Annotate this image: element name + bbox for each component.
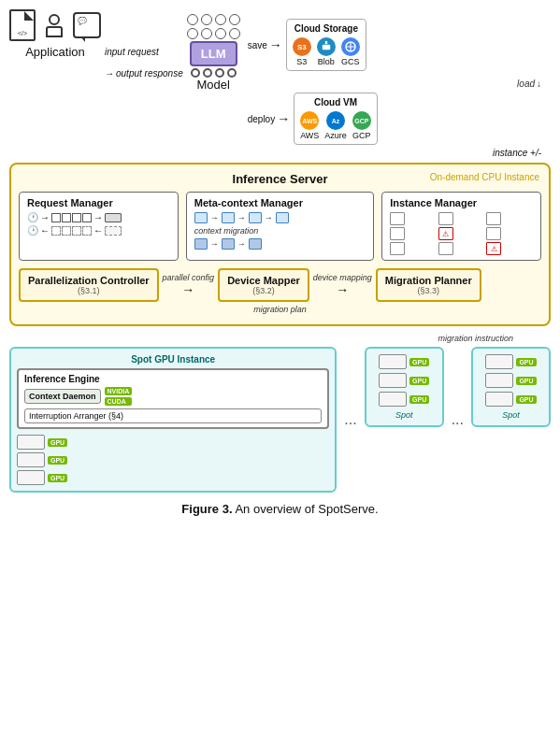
mb2: [222, 212, 235, 223]
arrow-right-2: →: [93, 212, 103, 222]
storage-services: S3 S3 Blob G: [293, 37, 360, 66]
top-area: 💬 Application input request →output resp…: [9, 9, 551, 158]
deploy-row: deploy → Cloud VM AWS AWS Az Azure: [248, 93, 551, 145]
chat-icon: 💬: [73, 12, 101, 38]
ic6: [486, 227, 501, 240]
mb5: [194, 238, 208, 250]
context-daemon-row: Context Daemon NVIDIA CUDA: [24, 387, 322, 406]
gpu-ti-card-1: [485, 354, 513, 369]
gpu-si-badge-3: GPU: [409, 395, 429, 404]
gpu-ti-3: GPU: [485, 392, 536, 407]
gpu-ti-badge-3: GPU: [516, 395, 536, 404]
dqb2: [62, 226, 71, 236]
parallelization-title: Parallelization Controller: [28, 275, 150, 286]
cloud-vm-box: Cloud VM AWS AWS Az Azure GCP GCP: [294, 93, 378, 145]
ic2: [438, 212, 453, 225]
mb7: [249, 238, 262, 250]
cloud-group: save → Cloud Storage S3 S3: [248, 19, 551, 158]
output-box: [105, 213, 122, 222]
gcp-label: GCP: [352, 131, 371, 140]
ic8: [438, 242, 453, 255]
gpu-si-2: GPU: [379, 373, 429, 388]
gpu-stack-item-2: GPU: [17, 452, 329, 467]
device-mapper-title: Device Mapper: [227, 275, 300, 286]
gpu-ti-1: GPU: [485, 354, 536, 369]
arrow-right-1: →: [40, 212, 50, 222]
ic4: [390, 227, 405, 240]
figure-description: An overview of SpotServe.: [233, 502, 379, 516]
load-arrow: load ↓: [248, 79, 541, 89]
ic5-warn: [438, 227, 453, 240]
clock-icon-2: 🕑: [27, 225, 38, 236]
dots-separator-1: ...: [342, 411, 358, 428]
on-demand-label: On-demand CPU Instance: [430, 172, 539, 182]
s3-icon: S3: [293, 37, 311, 56]
arrow-left-2: ←: [93, 225, 103, 236]
meta-row-1: → → →: [194, 212, 366, 223]
s3-service: S3 S3: [293, 37, 311, 66]
load-arrow-icon: ↓: [537, 79, 541, 89]
migration-instruction-row: migration instruction: [9, 334, 513, 343]
nvidia-badge: NVIDIA: [105, 387, 133, 395]
load-label: load: [517, 79, 535, 89]
parallel-config-arrow: parallel config →: [163, 273, 215, 297]
figure-caption: Figure 3. An overview of SpotServe.: [9, 502, 551, 516]
model-nn-grid: [187, 14, 240, 39]
gpu-card-1: [17, 435, 45, 450]
context-migration-label: context migration: [194, 226, 366, 236]
gpu-badge-3: GPU: [48, 474, 67, 482]
mb6: [222, 238, 235, 250]
clock-icon: 🕐: [27, 212, 38, 222]
request-manager-box: Request Manager 🕐 → → 🕑 ←: [19, 192, 179, 261]
meta-context-manager-title: Meta-context Manager: [194, 197, 366, 208]
spot-gpu-title: Spot GPU Instance: [17, 354, 329, 365]
nn-node-8: [229, 28, 240, 39]
gpu-card-2: [17, 452, 45, 467]
instance-pm-label: instance +/-: [248, 148, 541, 158]
model-group: LLM Model: [187, 14, 240, 92]
gpu-section: Spot GPU Instance Inference Engine Conte…: [9, 347, 551, 493]
gpu-ti-card-2: [485, 373, 513, 388]
inference-server: Inference Server On-demand CPU Instance …: [9, 163, 551, 326]
nn-node-4: [229, 14, 240, 25]
inference-engine-title: Inference Engine: [24, 374, 322, 384]
gpu-si-badge-2: GPU: [409, 377, 429, 385]
instance-manager-box: Instance Manager: [381, 192, 541, 261]
model-dot-1: [191, 68, 200, 78]
figure-number: Figure 3.: [181, 502, 232, 516]
cloud-storage-label: Cloud Storage: [293, 23, 360, 34]
person-head: [49, 14, 60, 25]
nn-node-6: [201, 28, 212, 39]
gpu-ti-badge-1: GPU: [516, 358, 536, 366]
parallel-config-label: parallel config: [163, 273, 215, 282]
gcs-icon: [341, 37, 360, 56]
gpu-ti-card-3: [485, 392, 513, 407]
vm-services: AWS AWS Az Azure GCP GCP: [300, 111, 371, 140]
cloud-storage-box: Cloud Storage S3 S3 Blob: [286, 19, 366, 71]
aws-label: AWS: [300, 131, 319, 140]
qb4: [82, 213, 92, 222]
interruption-box: Interruption Arranger (§4): [24, 408, 322, 423]
parallelization-box: Parallelization Controller (§3.1): [19, 268, 159, 302]
right-arrow-icon-2: →: [336, 282, 349, 297]
mb4: [276, 212, 289, 223]
gpu-si-card-1: [379, 354, 407, 369]
azure-service: Az Azure: [324, 111, 347, 140]
main-gpu-stack: GPU GPU GPU: [17, 435, 329, 485]
s3-label: S3: [296, 57, 307, 66]
meta-arrow-1: →: [210, 213, 219, 222]
gpu-si-badge-1: GPU: [409, 358, 429, 366]
diagram-container: 💬 Application input request →output resp…: [9, 9, 551, 516]
cloud-vm-label: Cloud VM: [300, 97, 371, 107]
gpu-si-3: GPU: [379, 392, 429, 407]
dots-separator-2: ...: [450, 411, 466, 428]
parallelization-sub: (§3.1): [28, 286, 150, 295]
gpu-stack-item-3: GPU: [17, 470, 329, 485]
server-top-row: Request Manager 🕐 → → 🕑 ←: [19, 192, 541, 261]
meta-arrow-4: →: [210, 239, 219, 249]
document-icon: [9, 9, 36, 41]
gcp-icon: GCP: [352, 111, 371, 130]
save-label: save: [248, 40, 267, 50]
server-bottom-row: Parallelization Controller (§3.1) parall…: [19, 268, 541, 302]
deploy-arrow-container: deploy →: [248, 111, 290, 126]
